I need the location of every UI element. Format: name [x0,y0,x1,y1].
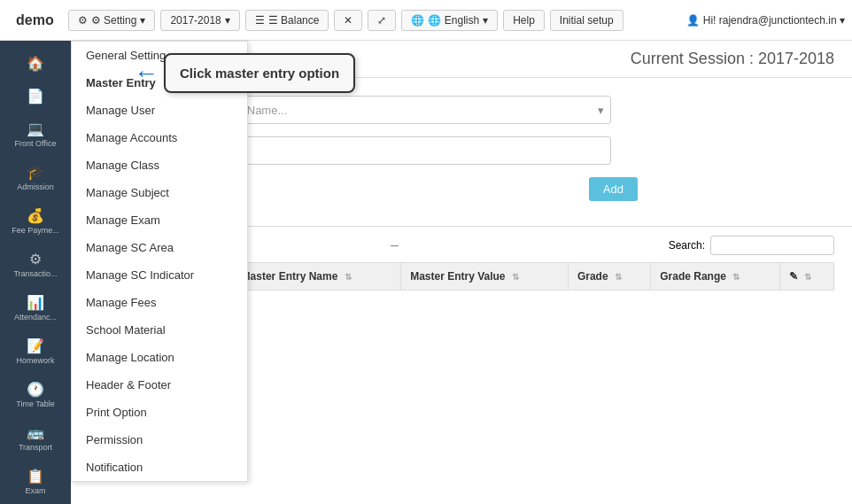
balance-btn[interactable]: ☰ ☰ Balance [245,10,329,31]
dropdown-item-manage-location[interactable]: Manage Location [72,344,247,371]
col-actions[interactable]: ✎ ⇅ [780,263,834,291]
user-avatar: 👤 [686,14,700,27]
collapse-btn[interactable]: – [391,237,399,253]
col-master-entry-name[interactable]: Master Entry Name ⇅ [232,263,401,291]
sidebar-item-label: Time Table [16,399,55,408]
callout-tooltip: ← Click master entry option [164,53,355,93]
help-btn[interactable]: Help [503,10,545,31]
sidebar-item-home[interactable]: 🏠 [0,48,71,79]
admission-icon: 🎓 [27,164,44,181]
sidebar-item-timetable[interactable]: 🕐 Time Table [0,374,71,415]
sidebar-item-attendance[interactable]: 📊 Attendanc... [0,287,71,329]
main-layout: 🏠 📄 💻 Front Office 🎓 Admission 💰 Fee Pay… [0,41,852,504]
sidebar-item-transaction[interactable]: ⚙ Transactio... [0,244,71,285]
dropdown-item-manage-class[interactable]: Manage Class [72,151,247,179]
balance-icon: ☰ [255,14,265,27]
setting-dropdown-menu: General Setting Master Entry Manage User… [71,41,248,482]
sidebar-item-fee[interactable]: 💰 Fee Payme... [0,200,71,242]
app-brand: demo [7,12,63,28]
expand-btn[interactable]: ⤢ [368,10,396,31]
dropdown-item-notification[interactable]: Notification [72,454,247,481]
sidebar-item-label: Homework [16,356,54,365]
transport-icon: 🚌 [27,424,44,441]
dropdown-item-manage-fees[interactable]: Manage Fees [72,289,247,316]
select-name-wrapper: Select Name... ▾ [204,96,611,124]
chevron-down-icon: ▾ [140,14,145,27]
col-master-entry-value[interactable]: Master Entry Value ⇅ [401,263,569,291]
home-icon: 🏠 [27,55,44,72]
sort-icon-value: ⇅ [512,272,519,282]
sidebar-item-label: Front Office [15,139,57,148]
front-office-icon: 💻 [27,120,44,137]
chevron-down-icon-user: ▾ [840,14,845,27]
language-icon: 🌐 [411,14,424,27]
navbar: demo ⚙ ⚙ Setting ▾ 2017-2018 ▾ ☰ ☰ Balan… [0,0,852,41]
sidebar-item-label: Admission [17,182,54,191]
sidebar-item-exam[interactable]: 📋 Exam [0,461,71,502]
docs-icon: 📄 [27,88,44,105]
select-name-input[interactable]: Select Name... [204,96,611,124]
value-input[interactable] [204,136,611,165]
sidebar-item-admission[interactable]: 🎓 Admission [0,157,71,198]
chevron-down-icon-lang: ▾ [483,14,488,27]
year-dropdown-btn[interactable]: 2017-2018 ▾ [160,10,239,31]
add-button[interactable]: Add [589,177,638,201]
dropdown-item-print-option[interactable]: Print Option [72,399,247,426]
dropdown-item-manage-user[interactable]: Manage User [72,97,247,124]
sidebar-item-label: Exam [25,486,45,495]
dropdown-item-manage-accounts[interactable]: Manage Accounts [72,124,247,151]
attendance-icon: 📊 [27,294,44,311]
homework-icon: 📝 [27,337,44,354]
sort-icon-grade-range: ⇅ [732,272,740,282]
arrow-left-icon: ← [134,56,159,90]
sidebar-item-label: Fee Payme... [12,226,59,235]
dropdown-item-manage-subject[interactable]: Manage Subject [72,179,247,206]
col-grade-range[interactable]: Grade Range ⇅ [651,263,780,291]
close-btn[interactable]: ✕ [334,10,362,31]
sidebar-item-label: Transactio... [13,269,57,278]
dropdown-item-manage-exam[interactable]: Manage Exam [72,206,247,234]
timetable-icon: 🕐 [27,381,44,398]
search-label: Search: [669,239,705,252]
col-grade[interactable]: Grade ⇅ [568,263,650,291]
initial-setup-btn[interactable]: Initial setup [550,10,624,31]
dropdown-item-manage-sc-indicator[interactable]: Manage SC Indicator [72,261,247,289]
fee-icon: 💰 [27,207,44,224]
sidebar-item-label: Transport [19,443,52,452]
dropdown-item-manage-sc-area[interactable]: Manage SC Area [72,234,247,261]
sidebar-item-transport[interactable]: 🚌 Transport [0,417,71,459]
sort-icon-actions: ⇅ [804,272,811,282]
session-label: Current Session : 2017-2018 [631,50,834,68]
english-dropdown-btn[interactable]: 🌐 🌐 English ▾ [401,10,498,31]
setting-icon: ⚙ [78,14,88,27]
dropdown-item-permission[interactable]: Permission [72,426,247,454]
sidebar-item-front-office[interactable]: 💻 Front Office [0,113,71,155]
search-area: Search: [669,236,834,255]
dropdown-item-school-material[interactable]: School Material [72,316,247,344]
dropdown-item-header-footer[interactable]: Header & Footer [72,371,247,399]
user-info[interactable]: 👤 Hi! rajendra@junctiontech.in ▾ [686,14,845,27]
chevron-down-icon-year: ▾ [225,14,230,27]
sort-icon-name: ⇅ [345,272,352,282]
sort-icon-grade: ⇅ [615,272,622,282]
sidebar-item-docs[interactable]: 📄 [0,81,71,112]
sidebar: 🏠 📄 💻 Front Office 🎓 Admission 💰 Fee Pay… [0,41,71,504]
setting-dropdown-btn[interactable]: ⚙ ⚙ Setting ▾ [68,10,156,31]
exam-icon: 📋 [27,468,44,485]
transaction-icon: ⚙ [29,251,42,268]
sidebar-item-homework[interactable]: 📝 Homework [0,330,71,372]
search-input[interactable] [710,236,834,255]
sidebar-item-label: Attendanc... [14,313,57,322]
